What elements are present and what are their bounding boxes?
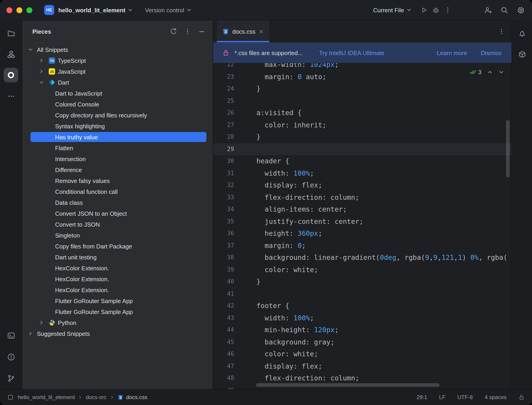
breadcrumb-project[interactable]: hello_world_lit_element bbox=[18, 394, 75, 400]
indent-widget[interactable]: 4 spaces bbox=[485, 394, 506, 400]
project-widget-icon[interactable] bbox=[7, 394, 14, 400]
problems-button[interactable] bbox=[4, 350, 18, 364]
vcs-chevron-down-icon[interactable] bbox=[187, 7, 192, 13]
tree-item-conditional-function-call[interactable]: Conditional function call bbox=[22, 186, 213, 197]
code-line-37[interactable]: 37 margin: 0; bbox=[213, 240, 511, 252]
more-button[interactable] bbox=[4, 89, 18, 103]
code-line-28[interactable]: 28} bbox=[213, 131, 511, 143]
chevron-down-icon[interactable] bbox=[27, 46, 34, 53]
tree-item-copy-files-from-dart-package[interactable]: Copy files from Dart Package bbox=[22, 241, 213, 252]
code-line-33[interactable]: 33 flex-direction: column; bbox=[213, 191, 511, 203]
banner-link-learn-more[interactable]: Learn more bbox=[437, 49, 467, 56]
banner-dismiss-button[interactable]: Dismiss bbox=[481, 49, 502, 56]
hide-panel-icon[interactable] bbox=[198, 28, 205, 35]
tree-item-python[interactable]: Python bbox=[22, 317, 213, 328]
run-button[interactable] bbox=[418, 4, 430, 16]
tree-item-dart-to-javascript[interactable]: Dart to JavaScript bbox=[22, 88, 213, 99]
tree-item-typescript[interactable]: TSTypeScript bbox=[22, 55, 213, 66]
bell-button[interactable] bbox=[515, 26, 529, 40]
code-line-35[interactable]: 35 justify-content: center; bbox=[213, 216, 511, 228]
code-line-39[interactable]: 39 color: white; bbox=[213, 264, 511, 276]
line-separator-widget[interactable]: LF bbox=[439, 394, 445, 400]
encoding-widget[interactable]: UTF-8 bbox=[457, 394, 473, 400]
code-line-23[interactable]: 23 margin: 0 auto; bbox=[213, 71, 511, 83]
code-line-31[interactable]: 31 width: 100%; bbox=[213, 167, 511, 179]
tree-item-hexcolor-extension[interactable]: HexColor Extension. bbox=[22, 263, 213, 273]
minimize-window-button[interactable] bbox=[16, 7, 22, 13]
project-name[interactable]: hello_world_lit_element bbox=[58, 7, 125, 14]
chevron-right-icon[interactable] bbox=[38, 319, 45, 326]
settings-gear-icon[interactable] bbox=[515, 4, 526, 16]
chevron-down-icon[interactable] bbox=[38, 79, 45, 86]
tree-item-flutter-gorouter-sample-app[interactable]: Flutter GoRouter Sample App bbox=[22, 306, 213, 317]
tree-item-colored-console[interactable]: Colored Console bbox=[22, 99, 213, 110]
tree-item-singleton[interactable]: Singleton bbox=[22, 230, 213, 241]
close-tab-icon[interactable] bbox=[258, 29, 263, 34]
previous-problem-chevron-up-icon[interactable] bbox=[487, 69, 493, 75]
tree-item-dart-unit-testing[interactable]: Dart unit testing bbox=[22, 252, 213, 263]
code-line-38[interactable]: 38 background: linear-gradient(0deg, rgb… bbox=[213, 252, 511, 264]
tree-item-dart[interactable]: Dart bbox=[22, 77, 213, 88]
pieces-button[interactable] bbox=[4, 68, 18, 82]
tree-item-hexcolor-extension[interactable]: HexColor Extension. bbox=[22, 273, 213, 284]
refresh-icon[interactable] bbox=[170, 28, 177, 35]
next-problem-chevron-down-icon[interactable] bbox=[498, 69, 504, 75]
breadcrumb-folder[interactable]: docs-src bbox=[86, 394, 107, 400]
code-line-34[interactable]: 34 align-items: center; bbox=[213, 203, 511, 216]
project-chevron-down-icon[interactable] bbox=[128, 7, 133, 13]
banner-link-try-ultimate[interactable]: Try IntelliJ IDEA Ultimate bbox=[319, 49, 384, 56]
code-editor[interactable]: 3 22 max-width: 1024px;23 margin: 0 auto… bbox=[213, 63, 511, 389]
tab-options-kebab-icon[interactable] bbox=[498, 28, 505, 35]
code-line-36[interactable]: 36 height: 360px; bbox=[213, 228, 511, 240]
tree-item-data-class[interactable]: Data class bbox=[22, 197, 213, 208]
tree-item-javascript[interactable]: JSJavaScript bbox=[22, 66, 213, 77]
tree-item-suggested-snippets[interactable]: Suggested Snippets bbox=[22, 328, 213, 339]
horizontal-scrollbar[interactable] bbox=[256, 383, 440, 387]
close-window-button[interactable] bbox=[6, 7, 12, 13]
caret-position-widget[interactable]: 29:1 bbox=[416, 394, 427, 400]
panel-options-kebab-icon[interactable] bbox=[184, 28, 191, 35]
code-line-48[interactable]: 48 flex-direction: column; bbox=[213, 372, 511, 384]
code-line-32[interactable]: 32 display: flex; bbox=[213, 179, 511, 191]
code-line-24[interactable]: 24} bbox=[213, 83, 511, 95]
tree-item-convert-to-json[interactable]: Convert to JSON bbox=[22, 219, 213, 230]
maximize-window-button[interactable] bbox=[26, 7, 32, 13]
tree-item-syntax-highlighting[interactable]: Syntax highlighting bbox=[22, 121, 213, 132]
tree-item-flutter-gorouter-sample-app[interactable]: Flutter GoRouter Sample App bbox=[22, 295, 213, 306]
code-with-me-button[interactable] bbox=[482, 4, 494, 16]
chevron-right-icon[interactable] bbox=[38, 68, 45, 75]
code-line-27[interactable]: 27 color: inherit; bbox=[213, 119, 511, 131]
tree-item-difference[interactable]: Difference bbox=[22, 164, 213, 175]
run-configuration-selector[interactable]: Current File bbox=[373, 7, 404, 14]
tree-item-hexcolor-extension[interactable]: HexColor Extension. bbox=[22, 284, 213, 295]
cube-button[interactable] bbox=[515, 47, 529, 61]
more-actions-button[interactable] bbox=[442, 4, 454, 16]
tree-item-convert-json-to-an-object[interactable]: Convert JSON to an Object bbox=[22, 208, 213, 219]
chevron-right-icon[interactable] bbox=[38, 57, 45, 64]
tree-item-copy-directory-and-files-recursively[interactable]: Copy directory and files recursively bbox=[22, 110, 213, 121]
code-line-41[interactable]: 41 bbox=[213, 288, 511, 300]
git-branch-button[interactable] bbox=[4, 371, 18, 385]
tree-item-flatten[interactable]: Flatten bbox=[22, 142, 213, 153]
vertical-scrollbar[interactable] bbox=[506, 120, 510, 177]
run-config-chevron-down-icon[interactable] bbox=[406, 7, 412, 13]
file-lock-icon[interactable] bbox=[518, 394, 525, 400]
code-line-25[interactable]: 25 bbox=[213, 95, 511, 107]
tree-item-has-truthy-value[interactable]: Has truthy value bbox=[22, 132, 213, 142]
code-line-40[interactable]: 40} bbox=[213, 276, 511, 288]
chevron-right-icon[interactable] bbox=[27, 330, 34, 337]
search-everywhere-button[interactable] bbox=[498, 4, 510, 16]
inspection-count[interactable]: 3 bbox=[478, 69, 481, 75]
terminal-button[interactable] bbox=[4, 328, 18, 343]
code-line-45[interactable]: 45 background: gray; bbox=[213, 336, 511, 348]
code-line-22[interactable]: 22 max-width: 1024px; bbox=[213, 63, 511, 71]
code-line-47[interactable]: 47 display: flex; bbox=[213, 360, 511, 372]
code-line-26[interactable]: 26a:visited { bbox=[213, 107, 511, 119]
code-line-29[interactable]: 29 bbox=[213, 143, 511, 155]
code-line-46[interactable]: 46 color: white; bbox=[213, 348, 511, 360]
tree-item-intersection[interactable]: Intersection bbox=[22, 153, 213, 164]
breadcrumb-file[interactable]: docs.css bbox=[126, 394, 147, 400]
code-line-42[interactable]: 42footer { bbox=[213, 300, 511, 312]
folder-button[interactable] bbox=[4, 26, 18, 40]
code-line-44[interactable]: 44 min-height: 120px; bbox=[213, 324, 511, 336]
